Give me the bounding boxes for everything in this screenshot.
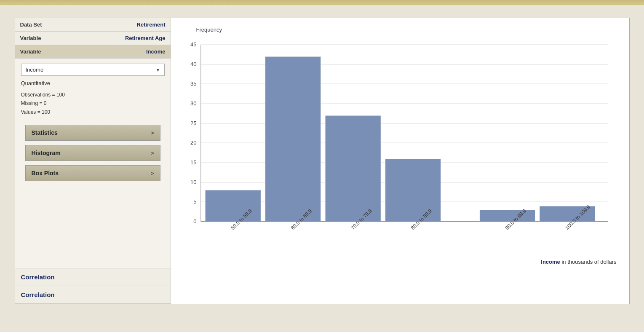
button-group: Statistics > Histogram > Box Plots > (21, 125, 165, 181)
svg-text:5: 5 (193, 198, 196, 205)
boxplots-chevron-icon: > (151, 170, 154, 177)
correlation-2-button[interactable]: Correlation (15, 286, 171, 304)
statistics-chevron-icon: > (151, 130, 154, 136)
dropdown-row: Income Retirement Age ▼ (21, 64, 165, 76)
bar-2 (265, 56, 321, 222)
dataset-label: Data Set (20, 21, 62, 28)
main-container: Data Set Retirement Variable Retirement … (0, 5, 644, 332)
variable-dropdown[interactable]: Income Retirement Age (21, 64, 165, 76)
statistics-button[interactable]: Statistics > (25, 125, 160, 141)
svg-text:10: 10 (190, 179, 196, 185)
dropdown-wrapper[interactable]: Income Retirement Age ▼ (21, 64, 165, 76)
svg-text:35: 35 (190, 80, 196, 87)
histogram-chevron-icon: > (151, 150, 154, 156)
bar-3 (325, 115, 381, 222)
sidebar-footer: Correlation Correlation (15, 268, 171, 304)
svg-text:0: 0 (193, 218, 196, 225)
histogram-button[interactable]: Histogram > (25, 145, 160, 161)
variable2-value: Income (62, 48, 166, 55)
svg-text:40: 40 (190, 61, 196, 67)
sidebar-body: Income Retirement Age ▼ Quantitative Obs… (15, 59, 171, 268)
correlation-1-button[interactable]: Correlation (15, 268, 171, 286)
variable-type: Quantitative (21, 80, 165, 86)
svg-text:45: 45 (190, 41, 196, 48)
observations-stat: Observations = 100 (21, 91, 165, 99)
top-bar (0, 0, 644, 5)
chart-area: Frequency 45 40 35 30 25 (171, 18, 629, 304)
svg-text:25: 25 (190, 120, 196, 126)
sidebar: Data Set Retirement Variable Retirement … (15, 18, 171, 304)
boxplots-button[interactable]: Box Plots > (25, 165, 160, 181)
statistics-button-label: Statistics (32, 129, 58, 136)
stats-block: Observations = 100 Missing = 0 Values = … (21, 91, 165, 116)
missing-stat: Missing = 0 (21, 99, 165, 107)
svg-text:30: 30 (190, 100, 196, 107)
sidebar-variable1-row: Variable Retirement Age (15, 32, 171, 45)
values-stat: Values = 100 (21, 108, 165, 116)
sidebar-variable2-row: Variable Income (15, 45, 171, 59)
svg-text:20: 20 (190, 139, 196, 146)
variable2-label: Variable (20, 48, 62, 55)
chart-inner: 45 40 35 30 25 20 15 10 (179, 36, 617, 255)
histogram-button-label: Histogram (32, 150, 61, 156)
sidebar-dataset-row: Data Set Retirement (15, 18, 171, 32)
histogram-svg: 45 40 35 30 25 20 15 10 (179, 36, 617, 255)
panel: Data Set Retirement Variable Retirement … (15, 18, 630, 304)
chart-y-label: Frequency (196, 27, 617, 33)
variable1-value: Retirement Age (62, 35, 166, 41)
boxplots-button-label: Box Plots (32, 170, 59, 177)
variable1-label: Variable (20, 35, 62, 41)
x-label-unit: in thousands of dollars (561, 259, 616, 265)
x-axis-label: Income in thousands of dollars (179, 259, 617, 265)
dataset-value: Retirement (62, 21, 166, 28)
x-label-variable: Income (541, 259, 560, 265)
svg-text:15: 15 (190, 159, 196, 166)
bar-1 (205, 190, 261, 222)
